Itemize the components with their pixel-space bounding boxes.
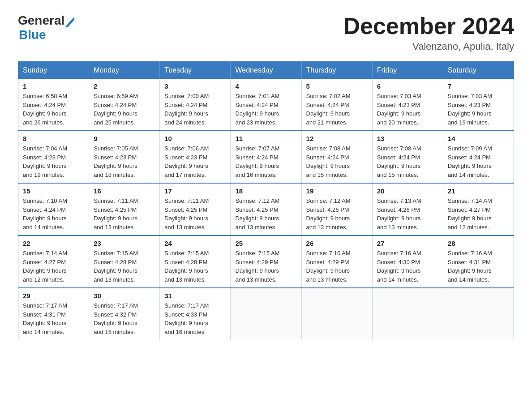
- day-number: 11: [235, 135, 296, 142]
- calendar-cell: 6Sunrise: 7:03 AMSunset: 4:23 PMDaylight…: [372, 79, 443, 131]
- month-title: December 2024: [343, 13, 514, 39]
- calendar-cell: 16Sunrise: 7:11 AMSunset: 4:25 PMDayligh…: [89, 183, 160, 235]
- day-number: 12: [306, 135, 368, 142]
- day-info: Sunrise: 6:58 AMSunset: 4:24 PMDaylight:…: [23, 92, 84, 127]
- logo-blue-text: Blue: [19, 28, 46, 42]
- day-info: Sunrise: 7:09 AMSunset: 4:24 PMDaylight:…: [448, 144, 509, 179]
- logo-general-text: General: [18, 13, 64, 28]
- calendar-week-row: 8Sunrise: 7:04 AMSunset: 4:23 PMDaylight…: [18, 131, 514, 183]
- calendar-table: SundayMondayTuesdayWednesdayThursdayFrid…: [18, 61, 514, 340]
- day-info: Sunrise: 7:14 AMSunset: 4:27 PMDaylight:…: [448, 197, 509, 231]
- day-info: Sunrise: 7:16 AMSunset: 4:31 PMDaylight:…: [448, 249, 509, 284]
- day-info: Sunrise: 7:11 AMSunset: 4:25 PMDaylight:…: [164, 197, 226, 231]
- day-number: 28: [448, 240, 509, 247]
- day-info: Sunrise: 7:13 AMSunset: 4:26 PMDaylight:…: [377, 197, 438, 231]
- day-number: 25: [235, 240, 296, 247]
- day-number: 9: [94, 135, 155, 142]
- calendar-cell: 10Sunrise: 7:06 AMSunset: 4:23 PMDayligh…: [160, 131, 231, 183]
- day-number: 7: [448, 82, 509, 90]
- day-number: 20: [377, 187, 438, 195]
- day-number: 17: [164, 187, 226, 195]
- day-number: 15: [23, 187, 84, 195]
- day-number: 31: [164, 292, 226, 300]
- day-number: 24: [164, 240, 226, 247]
- calendar-cell: 15Sunrise: 7:10 AMSunset: 4:24 PMDayligh…: [18, 183, 89, 235]
- calendar-cell: 5Sunrise: 7:02 AMSunset: 4:24 PMDaylight…: [301, 79, 372, 131]
- day-number: 4: [235, 82, 296, 90]
- location-subtitle: Valenzano, Apulia, Italy: [343, 41, 514, 52]
- day-info: Sunrise: 7:03 AMSunset: 4:23 PMDaylight:…: [448, 92, 509, 127]
- day-info: Sunrise: 7:06 AMSunset: 4:23 PMDaylight:…: [164, 144, 226, 179]
- col-header-friday: Friday: [372, 62, 443, 79]
- day-info: Sunrise: 7:17 AMSunset: 4:32 PMDaylight:…: [94, 301, 155, 336]
- day-info: Sunrise: 7:17 AMSunset: 4:33 PMDaylight:…: [164, 301, 226, 336]
- calendar-cell: 19Sunrise: 7:12 AMSunset: 4:26 PMDayligh…: [301, 183, 372, 235]
- day-info: Sunrise: 7:12 AMSunset: 4:26 PMDaylight:…: [306, 197, 368, 231]
- calendar-cell: 14Sunrise: 7:09 AMSunset: 4:24 PMDayligh…: [443, 131, 514, 183]
- calendar-cell: 28Sunrise: 7:16 AMSunset: 4:31 PMDayligh…: [443, 235, 514, 288]
- calendar-cell: 27Sunrise: 7:16 AMSunset: 4:30 PMDayligh…: [372, 235, 443, 288]
- calendar-cell: 2Sunrise: 6:59 AMSunset: 4:24 PMDaylight…: [89, 79, 160, 131]
- day-info: Sunrise: 7:15 AMSunset: 4:29 PMDaylight:…: [235, 249, 296, 284]
- day-number: 1: [23, 82, 84, 90]
- day-number: 8: [23, 135, 84, 142]
- calendar-week-row: 29Sunrise: 7:17 AMSunset: 4:31 PMDayligh…: [18, 288, 514, 340]
- day-info: Sunrise: 7:03 AMSunset: 4:23 PMDaylight:…: [377, 92, 438, 127]
- day-info: Sunrise: 7:17 AMSunset: 4:31 PMDaylight:…: [23, 301, 84, 336]
- calendar-cell: 30Sunrise: 7:17 AMSunset: 4:32 PMDayligh…: [89, 288, 160, 340]
- title-area: December 2024 Valenzano, Apulia, Italy: [343, 13, 514, 52]
- logo: General Blue: [18, 13, 74, 42]
- calendar-week-row: 22Sunrise: 7:14 AMSunset: 4:27 PMDayligh…: [18, 235, 514, 288]
- calendar-cell: 3Sunrise: 7:00 AMSunset: 4:24 PMDaylight…: [160, 79, 231, 131]
- day-info: Sunrise: 7:08 AMSunset: 4:24 PMDaylight:…: [306, 144, 368, 179]
- calendar-cell: 29Sunrise: 7:17 AMSunset: 4:31 PMDayligh…: [18, 288, 89, 340]
- calendar-cell: 31Sunrise: 7:17 AMSunset: 4:33 PMDayligh…: [160, 288, 231, 340]
- day-number: 13: [377, 135, 438, 142]
- day-number: 5: [306, 82, 368, 90]
- day-number: 19: [306, 187, 368, 195]
- day-info: Sunrise: 7:07 AMSunset: 4:24 PMDaylight:…: [235, 144, 296, 179]
- day-info: Sunrise: 6:59 AMSunset: 4:24 PMDaylight:…: [94, 92, 155, 127]
- calendar-cell: 12Sunrise: 7:08 AMSunset: 4:24 PMDayligh…: [301, 131, 372, 183]
- calendar-cell: [443, 288, 514, 340]
- logo-triangle-icon: [65, 14, 74, 27]
- day-info: Sunrise: 7:15 AMSunset: 4:28 PMDaylight:…: [94, 249, 155, 284]
- day-info: Sunrise: 7:01 AMSunset: 4:24 PMDaylight:…: [235, 92, 296, 127]
- day-info: Sunrise: 7:16 AMSunset: 4:30 PMDaylight:…: [377, 249, 438, 284]
- day-number: 26: [306, 240, 368, 247]
- day-number: 23: [94, 240, 155, 247]
- day-number: 22: [23, 240, 84, 247]
- calendar-cell: 22Sunrise: 7:14 AMSunset: 4:27 PMDayligh…: [18, 235, 89, 288]
- col-header-wednesday: Wednesday: [231, 62, 301, 79]
- day-info: Sunrise: 7:00 AMSunset: 4:24 PMDaylight:…: [164, 92, 226, 127]
- day-number: 2: [94, 82, 155, 90]
- day-info: Sunrise: 7:15 AMSunset: 4:28 PMDaylight:…: [164, 249, 226, 284]
- day-number: 14: [448, 135, 509, 142]
- calendar-cell: [231, 288, 301, 340]
- col-header-monday: Monday: [89, 62, 160, 79]
- day-number: 3: [164, 82, 226, 90]
- calendar-cell: 11Sunrise: 7:07 AMSunset: 4:24 PMDayligh…: [231, 131, 301, 183]
- calendar-cell: 26Sunrise: 7:16 AMSunset: 4:29 PMDayligh…: [301, 235, 372, 288]
- day-info: Sunrise: 7:02 AMSunset: 4:24 PMDaylight:…: [306, 92, 368, 127]
- calendar-cell: 20Sunrise: 7:13 AMSunset: 4:26 PMDayligh…: [372, 183, 443, 235]
- calendar-week-row: 1Sunrise: 6:58 AMSunset: 4:24 PMDaylight…: [18, 79, 514, 131]
- day-number: 10: [164, 135, 226, 142]
- day-info: Sunrise: 7:14 AMSunset: 4:27 PMDaylight:…: [23, 249, 84, 284]
- col-header-saturday: Saturday: [443, 62, 514, 79]
- day-info: Sunrise: 7:05 AMSunset: 4:23 PMDaylight:…: [94, 144, 155, 179]
- calendar-header-row: SundayMondayTuesdayWednesdayThursdayFrid…: [18, 62, 514, 79]
- day-info: Sunrise: 7:16 AMSunset: 4:29 PMDaylight:…: [306, 249, 368, 284]
- day-info: Sunrise: 7:10 AMSunset: 4:24 PMDaylight:…: [23, 197, 84, 231]
- calendar-cell: 25Sunrise: 7:15 AMSunset: 4:29 PMDayligh…: [231, 235, 301, 288]
- day-number: 30: [94, 292, 155, 300]
- day-number: 29: [23, 292, 84, 300]
- calendar-cell: 21Sunrise: 7:14 AMSunset: 4:27 PMDayligh…: [443, 183, 514, 235]
- calendar-cell: 9Sunrise: 7:05 AMSunset: 4:23 PMDaylight…: [89, 131, 160, 183]
- day-info: Sunrise: 7:08 AMSunset: 4:24 PMDaylight:…: [377, 144, 438, 179]
- calendar-cell: 24Sunrise: 7:15 AMSunset: 4:28 PMDayligh…: [160, 235, 231, 288]
- calendar-cell: 13Sunrise: 7:08 AMSunset: 4:24 PMDayligh…: [372, 131, 443, 183]
- day-number: 18: [235, 187, 296, 195]
- day-number: 6: [377, 82, 438, 90]
- day-info: Sunrise: 7:04 AMSunset: 4:23 PMDaylight:…: [23, 144, 84, 179]
